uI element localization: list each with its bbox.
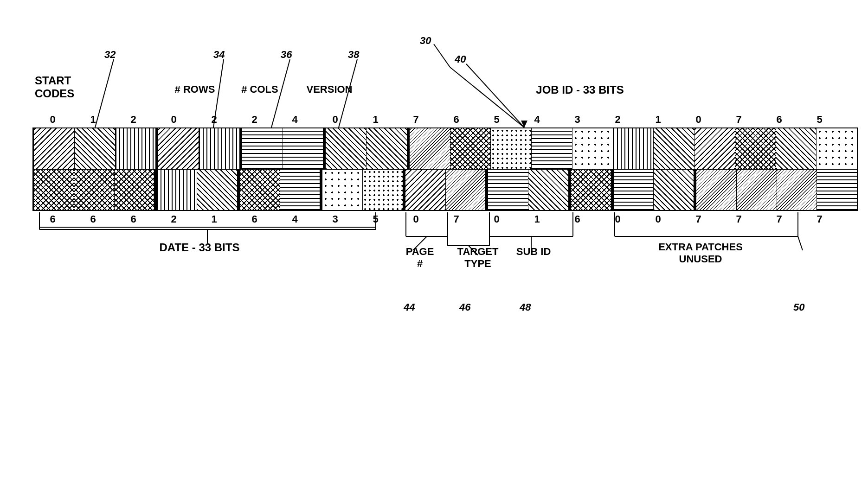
cell-b14 [612,170,654,210]
cell-b4 [197,170,238,210]
cell-t2 [115,128,157,169]
bit-bot-14: 0 [598,212,638,226]
cell-t6 [283,128,325,169]
cell-b7 [321,170,362,210]
bit-bot-1: 6 [73,212,113,226]
bit-bot-8: 5 [355,212,396,226]
cell-b16 [695,170,736,210]
cell-t13 [572,128,613,169]
cell-b5 [238,170,280,210]
cols-label: # COLS [237,83,283,96]
grid-row-top [32,127,858,169]
bit-top-7: 0 [315,113,355,127]
ref-38: 38 [348,49,359,61]
cell-b2 [114,170,156,210]
cell-t16 [694,128,735,169]
bit-top-5: 2 [234,113,275,127]
bit-top-16: 0 [678,113,719,127]
grid-row-bottom [32,169,858,211]
cell-b15 [653,170,695,210]
ref-46: 46 [459,301,470,313]
date-label: DATE - 33 BITS [107,241,292,254]
ref-36: 36 [281,49,292,61]
cell-b0 [32,170,74,210]
ref-32: 32 [104,49,116,61]
bit-top-12: 4 [517,113,557,127]
bit-bot-0: 6 [32,212,73,226]
cell-t7 [324,128,366,169]
cell-t4 [199,128,241,169]
bit-top-18: 6 [759,113,799,127]
cell-t15 [653,128,694,169]
cell-t3 [157,128,199,169]
bit-bot-13: 6 [557,212,598,226]
bit-top-15: 1 [638,113,678,127]
svg-line-38 [798,236,803,250]
cell-t1 [74,128,115,169]
bit-top-1: 1 [73,113,113,127]
cell-b3 [155,170,197,210]
bit-bot-17: 7 [719,212,759,226]
bit-bot-16: 7 [678,212,719,226]
cell-t18 [776,128,817,169]
ref-30: 30 [420,35,431,47]
bit-bot-5: 6 [234,212,275,226]
cell-t19 [816,128,858,169]
bit-top-19: 5 [799,113,840,127]
bit-bot-19: 7 [799,212,840,226]
bit-bot-18: 7 [759,212,799,226]
bit-top-10: 6 [436,113,476,127]
cell-b17 [736,170,777,210]
cell-b12 [528,170,570,210]
cell-b18 [777,170,817,210]
bit-bot-9: 0 [396,212,436,226]
cell-t5 [241,128,283,169]
bit-bot-15: 0 [638,212,678,226]
bit-top-17: 7 [719,113,759,127]
cell-t14 [613,128,654,169]
cell-t17 [735,128,776,169]
bit-top-0: 0 [32,113,73,127]
cell-t0 [32,128,74,169]
top-bit-numbers: 0 1 2 0 2 2 4 0 1 7 6 5 4 3 2 1 0 7 6 5 [32,113,840,127]
ref-50: 50 [793,301,804,313]
cell-b1 [74,170,114,210]
ref-34: 34 [213,49,225,61]
bit-bot-12: 1 [517,212,557,226]
ref-40: 40 [455,53,466,65]
bit-top-8: 1 [355,113,396,127]
target-type-label: TARGETTYPE [448,246,508,270]
bit-bot-3: 2 [154,212,194,226]
bit-top-13: 3 [557,113,598,127]
sub-id-label: SUB ID [501,246,566,258]
page-label: PAGE# [392,246,448,270]
bit-bot-10: 7 [436,212,476,226]
start-codes-label: STARTCODES [35,74,90,100]
bit-bot-6: 4 [275,212,315,226]
rows-label: # ROWS [167,83,223,96]
bottom-bit-numbers: 6 6 6 2 1 6 4 3 5 0 7 0 1 6 0 0 7 7 7 7 [32,212,840,226]
bit-top-4: 2 [194,113,234,127]
cell-t11 [490,128,531,169]
cell-b13 [570,170,612,210]
cell-b19 [817,170,858,210]
extra-patches-label: EXTRA PATCHESUNUSED [626,241,775,265]
cell-t10 [450,128,491,169]
ref-44: 44 [404,301,415,313]
bit-top-3: 0 [154,113,194,127]
cell-b10 [445,170,487,210]
cell-t12 [531,128,572,169]
bit-top-2: 2 [113,113,154,127]
bit-top-11: 5 [476,113,517,127]
cell-b6 [280,170,321,210]
ref-48: 48 [520,301,531,313]
bit-top-6: 4 [275,113,315,127]
bit-top-9: 7 [396,113,436,127]
cell-t9 [408,128,450,169]
cell-b11 [487,170,528,210]
bit-top-14: 2 [598,113,638,127]
bit-bot-2: 6 [113,212,154,226]
version-label: VERSION [302,83,357,96]
cell-b9 [404,170,445,210]
bit-bot-11: 0 [476,212,517,226]
